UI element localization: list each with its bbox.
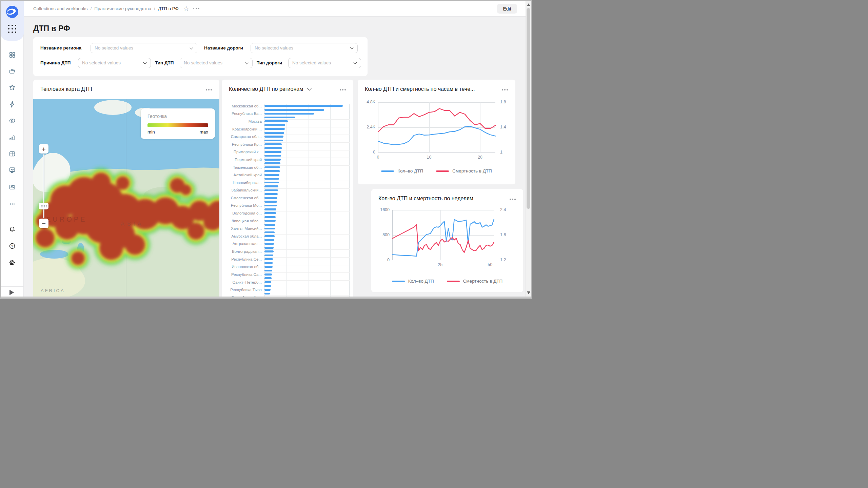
bar[interactable]: [264, 205, 277, 207]
sidebar-item-charts[interactable]: [8, 134, 16, 141]
apps-menu-icon[interactable]: [8, 25, 17, 34]
breadcrumb-collections[interactable]: Collections and workbooks: [33, 6, 88, 11]
bar[interactable]: [264, 273, 272, 276]
bar[interactable]: [264, 289, 271, 291]
bar[interactable]: [264, 216, 276, 218]
regions-bar-menu-icon[interactable]: [338, 88, 347, 92]
bar[interactable]: [264, 147, 282, 149]
weekly-chart-plot[interactable]: [392, 210, 494, 260]
scroll-up-icon[interactable]: [527, 3, 530, 6]
bar[interactable]: [264, 277, 272, 279]
filter-select-accident-type[interactable]: No selected values: [180, 58, 253, 68]
hourly-chart-plot[interactable]: [378, 102, 495, 152]
series-line[interactable]: [393, 225, 494, 252]
weekly-chart-menu-icon[interactable]: [508, 197, 517, 201]
bar[interactable]: [264, 117, 295, 119]
series-line[interactable]: [393, 219, 494, 256]
hourly-chart-menu-icon[interactable]: [500, 88, 509, 92]
sidebar-item-datasets[interactable]: [8, 117, 16, 124]
heatmap-menu-icon[interactable]: [204, 88, 213, 92]
bar[interactable]: [264, 235, 275, 237]
sidebar-item-quick-access[interactable]: [8, 101, 16, 108]
bar[interactable]: [264, 159, 281, 161]
bar[interactable]: [264, 201, 277, 203]
sidebar-item-storage[interactable]: [8, 183, 16, 191]
filter-select-region[interactable]: No selected values: [91, 43, 197, 53]
bar[interactable]: [264, 250, 274, 252]
datalens-logo-icon[interactable]: [6, 5, 19, 18]
bar[interactable]: [264, 243, 274, 245]
scroll-down-icon[interactable]: [527, 291, 530, 294]
filter-select-road-type[interactable]: No selected values: [288, 58, 361, 68]
bar[interactable]: [264, 170, 280, 172]
bar[interactable]: [264, 220, 276, 222]
bar[interactable]: [264, 224, 275, 226]
sidebar-item-more[interactable]: [8, 200, 16, 208]
sidebar-item-monitoring[interactable]: [8, 166, 16, 174]
bar[interactable]: [264, 128, 285, 130]
sidebar-item-collections[interactable]: [8, 67, 16, 75]
favorite-star-icon[interactable]: ☆: [183, 5, 189, 12]
bar[interactable]: [264, 208, 276, 210]
series-line[interactable]: [378, 108, 495, 131]
bar[interactable]: [264, 189, 278, 191]
bar[interactable]: [264, 239, 274, 241]
bar[interactable]: [264, 270, 272, 272]
bar[interactable]: [264, 293, 270, 295]
legend-item-accidents[interactable]: Кол–во ДТП: [381, 168, 423, 174]
bar[interactable]: [264, 285, 271, 287]
bar[interactable]: [264, 166, 280, 168]
bar[interactable]: [264, 140, 283, 142]
widget-tab-chevron-icon[interactable]: [307, 86, 312, 90]
bar[interactable]: [264, 178, 279, 180]
legend-item-mortality[interactable]: Смертность в ДТП: [447, 279, 503, 284]
bar[interactable]: [264, 136, 283, 138]
sidebar-item-favorites[interactable]: [8, 84, 16, 91]
region-bars-plot[interactable]: [264, 104, 350, 299]
bar[interactable]: [264, 193, 278, 195]
bar[interactable]: [264, 185, 278, 187]
map-zoom-in-button[interactable]: +: [39, 144, 48, 154]
bar[interactable]: [264, 255, 273, 257]
bar[interactable]: [264, 197, 277, 199]
heatmap-map[interactable]: EUROPE ASIA AFRICA Геоточка min max + −: [33, 99, 219, 299]
bar[interactable]: [264, 228, 275, 230]
bar[interactable]: [264, 120, 288, 122]
edit-button[interactable]: Edit: [497, 4, 517, 14]
bar[interactable]: [264, 174, 279, 176]
bar[interactable]: [264, 105, 343, 107]
series-line[interactable]: [378, 126, 495, 145]
bar[interactable]: [264, 124, 285, 126]
notifications-button[interactable]: [8, 226, 16, 233]
bar[interactable]: [264, 155, 281, 157]
bar[interactable]: [264, 151, 281, 153]
settings-button[interactable]: [8, 259, 16, 266]
sidebar-expand-icon[interactable]: [9, 290, 14, 295]
sidebar-item-tables[interactable]: [8, 150, 16, 158]
bar[interactable]: [264, 182, 279, 184]
vertical-scrollbar[interactable]: [526, 1, 531, 298]
bar[interactable]: [264, 109, 324, 111]
legend-item-mortality[interactable]: Смертность в ДТП: [436, 168, 492, 174]
bar[interactable]: [264, 113, 314, 115]
bar[interactable]: [264, 143, 282, 145]
bar[interactable]: [264, 132, 284, 134]
bar[interactable]: [264, 212, 276, 214]
filter-select-cause[interactable]: No selected values: [78, 58, 151, 68]
filter-select-road-name[interactable]: No selected values: [251, 43, 358, 53]
scrollbar-thumb[interactable]: [527, 8, 530, 209]
legend-item-accidents[interactable]: Кол–во ДТП: [392, 279, 434, 284]
map-zoom-handle[interactable]: [39, 203, 48, 209]
bar[interactable]: [264, 281, 271, 283]
help-button[interactable]: ?: [8, 242, 16, 250]
breadcrumb-menu-icon[interactable]: [192, 7, 201, 11]
bar[interactable]: [264, 247, 274, 249]
sidebar-item-dashboards[interactable]: [8, 51, 16, 59]
bar[interactable]: [264, 266, 273, 268]
bar[interactable]: [264, 262, 273, 264]
bar[interactable]: [264, 162, 280, 164]
breadcrumb-workbook[interactable]: Практические руководства: [94, 6, 151, 11]
map-zoom-out-button[interactable]: −: [39, 219, 48, 228]
bar[interactable]: [264, 258, 273, 260]
bar[interactable]: [264, 231, 275, 233]
